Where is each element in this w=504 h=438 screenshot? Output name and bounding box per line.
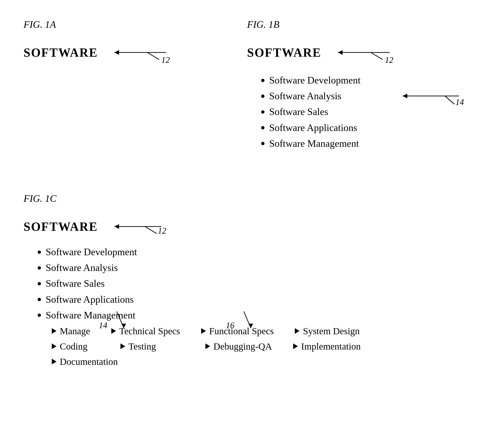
fig1a-software-node: SOFTWARE: [23, 46, 98, 59]
svg-line-11: [145, 227, 157, 234]
triangle-icon: [295, 328, 299, 334]
fig-1b-label: FIG. 1B: [247, 19, 394, 30]
svg-marker-15: [249, 324, 253, 328]
fig-1c-label: FIG. 1C: [23, 193, 373, 204]
fig-1a-label: FIG. 1A: [23, 19, 170, 30]
fig1c-item-3: Software Sales: [38, 276, 373, 291]
fig1b-item-2: Software Analysis: [261, 88, 394, 104]
fig1b-software-node: SOFTWARE: [247, 46, 321, 59]
fig1c-ref14-arrow: [110, 311, 133, 330]
fig1c-subrow-3: Documentation: [52, 356, 373, 372]
svg-marker-10: [114, 224, 119, 229]
fig1c-arrow: [105, 221, 161, 235]
fig1c-ref12: 12: [158, 226, 166, 236]
fig1c-subrow-2: Coding Testing Debugging-QA Implementati…: [52, 341, 373, 356]
fig1a-ref12: 12: [161, 55, 170, 65]
triangle-icon: [52, 359, 56, 364]
fig1b-arrow: [329, 47, 390, 61]
triangle-icon: [201, 328, 206, 334]
fig1c-item-4: Software Applications: [38, 292, 373, 307]
page: FIG. 1A SOFTWARE 12 FIG. 1B SOFTWARE: [0, 0, 504, 438]
fig1b-bullet-list: Software Development Software Analysis S…: [261, 72, 394, 152]
bullet-dot: [261, 95, 264, 98]
fig-1b-section: FIG. 1B SOFTWARE 12 Software Development…: [247, 19, 394, 152]
fig1c-sub-documentation: Documentation: [52, 356, 118, 367]
fig1b-list-arrow: [393, 91, 459, 105]
fig1b-item-4: Software Applications: [261, 120, 394, 136]
fig1b-item-3: Software Sales: [261, 104, 394, 120]
svg-marker-7: [403, 94, 407, 98]
bullet-dot: [38, 251, 41, 254]
fig1c-ref16-arrow: [237, 311, 260, 330]
bullet-dot: [261, 79, 264, 82]
triangle-icon: [121, 343, 125, 349]
svg-line-8: [445, 96, 454, 104]
svg-marker-13: [121, 324, 126, 328]
bullet-dot: [38, 282, 41, 285]
bullet-dot: [38, 314, 41, 317]
fig1c-sub-coding: Coding: [52, 341, 88, 352]
bullet-dot: [38, 266, 41, 270]
fig1c-item-1: Software Development: [38, 244, 373, 260]
fig-1c-section: FIG. 1C SOFTWARE 12 Software Development…: [23, 193, 373, 372]
fig1c-item-5: Software Management: [38, 307, 373, 323]
fig1a-arrow: [105, 47, 166, 61]
bullet-dot: [261, 110, 264, 114]
svg-marker-1: [114, 50, 119, 55]
triangle-icon: [52, 343, 56, 349]
svg-line-5: [371, 53, 383, 59]
fig1b-ref14: 14: [456, 97, 464, 107]
fig1c-bullet-list: Software Development Software Analysis S…: [38, 244, 373, 323]
fig1c-ref14: 14: [99, 320, 107, 330]
triangle-icon: [293, 343, 298, 349]
fig1c-sub-testing: Testing: [121, 341, 156, 352]
svg-marker-4: [338, 50, 343, 55]
triangle-icon: [52, 328, 56, 334]
fig1c-ref16: 16: [226, 320, 234, 330]
fig1c-sub-manage: Manage: [52, 326, 90, 337]
fig1c-item-2: Software Analysis: [38, 260, 373, 276]
fig1c-software-node: SOFTWARE: [23, 220, 98, 234]
bullet-dot: [261, 126, 264, 129]
fig1b-ref12: 12: [385, 55, 394, 65]
triangle-icon: [205, 343, 210, 349]
fig1c-sub-debugging-qa: Debugging-QA: [205, 341, 272, 352]
bullet-dot: [38, 298, 41, 301]
svg-line-2: [147, 53, 159, 59]
bullet-dot: [261, 142, 264, 145]
fig1c-sub-implementation: Implementation: [293, 341, 361, 352]
fig1b-item-1: Software Development: [261, 72, 394, 88]
fig1b-item-5: Software Management: [261, 136, 394, 152]
fig1c-sub-system-design: System Design: [295, 326, 360, 337]
fig-1a-section: FIG. 1A SOFTWARE 12: [23, 19, 170, 61]
